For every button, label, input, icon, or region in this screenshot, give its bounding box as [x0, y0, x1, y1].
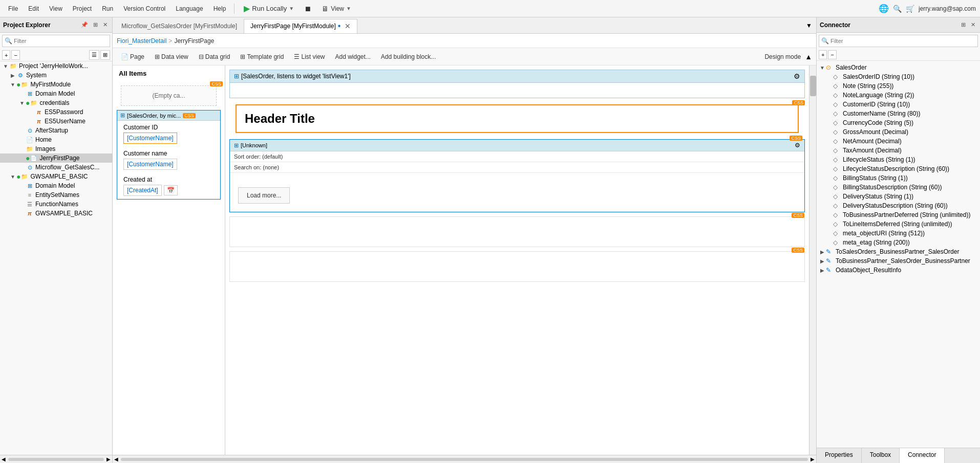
customer-name-field-1[interactable]: [CustomerName] — [123, 133, 177, 144]
menu-language[interactable]: Language — [172, 3, 207, 14]
calendar-icon[interactable]: 📅 — [164, 185, 178, 195]
tree-item-domainmodel2[interactable]: ⊞ Domain Model — [0, 181, 112, 190]
tree-item-microflow[interactable]: ⊙ Microflow_GetSalesC... — [0, 163, 112, 172]
center-scroll-left[interactable]: ◀ — [113, 456, 120, 462]
collapse-all-button[interactable]: − — [11, 50, 19, 60]
tree-item-gwsamplebasic-pi[interactable]: π GWSAMPLE_BASIC — [0, 209, 112, 218]
data-view-settings-icon[interactable]: ⚙ — [795, 142, 800, 149]
project-filter-box[interactable]: 🔍 — [2, 35, 110, 47]
globe-icon[interactable]: 🌐 — [879, 4, 889, 13]
tab-microflow[interactable]: Microflow_GetSalesOrder [MyFirstModule] — [115, 19, 244, 33]
toolbar-addwidget-btn[interactable]: Add widget... — [331, 52, 374, 62]
tab-jerryfirstpage[interactable]: JerryFirstPage [MyFirstModule] • ✕ — [244, 19, 357, 33]
tree-options-button[interactable]: ⊞ — [100, 50, 110, 60]
conn-attr-note[interactable]: ◇ Note (String (255)) — [817, 81, 980, 91]
conn-assoc-odataobject[interactable]: ▶ ✎ OdataObject_ResultInfo — [817, 266, 980, 275]
expand-all-button[interactable]: + — [2, 50, 10, 60]
tree-item-jerryfirstpage[interactable]: ● 📄 JerryFirstPage — [0, 153, 112, 163]
conn-attr-lifecyclestatusdesc[interactable]: ◇ LifecycleStatusDescription (String (60… — [817, 164, 980, 173]
conn-assoc-tobusinesspartner[interactable]: ▶ ✎ ToBusinessPartner_SalesOrder_Busines… — [817, 256, 980, 266]
conn-attr-lifecyclestatus[interactable]: ◇ LifecycleStatus (String (1)) — [817, 155, 980, 164]
menu-help[interactable]: Help — [209, 3, 230, 14]
tree-item-credentials[interactable]: ▼ ● 📁 credentials — [0, 98, 112, 107]
tab-close-icon[interactable]: ✕ — [345, 22, 351, 30]
menu-version-control[interactable]: Version Control — [119, 3, 169, 14]
tree-item-domainmodel1[interactable]: ⊞ Domain Model — [0, 89, 112, 98]
tree-item-home[interactable]: 📄 Home — [0, 135, 112, 144]
scroll-up-icon[interactable]: ▲ — [805, 53, 812, 61]
menu-view[interactable]: View — [45, 3, 67, 14]
menu-file[interactable]: File — [4, 3, 22, 14]
connector-restore-icon[interactable]: ⊞ — [960, 21, 967, 29]
menu-project[interactable]: Project — [69, 3, 96, 14]
tree-item-system[interactable]: ▶ ⚙ System — [0, 71, 112, 80]
tree-item-project[interactable]: ▼ 📁 Project 'JerryHelloWork... — [0, 61, 112, 71]
conn-attr-billingstatus[interactable]: ◇ BillingStatus (String (1)) — [817, 173, 980, 183]
conn-attr-salesorderid[interactable]: ◇ SalesOrderID (String (10)) — [817, 72, 980, 81]
tree-view-button[interactable]: ☰ — [89, 50, 99, 60]
conn-attr-deliverystatus[interactable]: ◇ DeliveryStatus (String (1)) — [817, 192, 980, 201]
conn-attr-customerid[interactable]: ◇ CustomerID (String (10)) — [817, 100, 980, 109]
customer-name-field-2[interactable]: [CustomerName] — [123, 159, 177, 170]
bottom-tab-toolbox[interactable]: Toolbox — [862, 448, 900, 463]
conn-attr-tobpdeferred[interactable]: ◇ ToBusinessPartnerDeferred (String (unl… — [817, 210, 980, 219]
conn-attr-deliverystatusdesc[interactable]: ◇ DeliveryStatusDescription (String (60)… — [817, 201, 980, 210]
conn-attr-billingstatusdesc[interactable]: ◇ BillingStatusDescription (String (60)) — [817, 183, 980, 192]
conn-attr-currencycode[interactable]: ◇ CurrencyCode (String (5)) — [817, 118, 980, 127]
conn-attr-taxamount[interactable]: ◇ TaxAmount (Decimal) — [817, 146, 980, 155]
center-scroll-thumb[interactable] — [121, 458, 808, 461]
conn-attr-metaetag[interactable]: ◇ meta_etag (String (200)) — [817, 238, 980, 247]
view-dropdown-arrow[interactable]: ▼ — [346, 6, 351, 11]
menu-run[interactable]: Run — [98, 3, 117, 14]
tab-dropdown-arrow[interactable]: ▼ — [804, 20, 814, 31]
conn-attr-customername[interactable]: ◇ CustomerName (String (80)) — [817, 109, 980, 118]
header-title-widget[interactable]: Header Title — [236, 104, 799, 133]
bottom-tab-properties[interactable]: Properties — [817, 448, 862, 463]
toolbar-page-btn[interactable]: 📄 Page — [117, 52, 148, 62]
conn-attr-metaobjecturi[interactable]: ◇ meta_objectURI (String (512)) — [817, 229, 980, 238]
tree-item-afterstartup[interactable]: ⊙ AfterStartup — [0, 126, 112, 135]
conn-assoc-tosalesorders[interactable]: ▶ ✎ ToSalesOrders_BusinessPartner_SalesO… — [817, 247, 980, 256]
cart-icon[interactable]: 🛒 — [906, 5, 914, 13]
toolbar-dataview-btn[interactable]: ⊞ Data view — [151, 52, 193, 62]
connector-filter-box[interactable]: 🔍 — [819, 35, 978, 47]
center-scroll-right[interactable]: ▶ — [809, 456, 816, 462]
connector-close-icon[interactable]: ✕ — [969, 21, 977, 29]
toolbar-templategrid-btn[interactable]: ⊞ Template grid — [236, 52, 288, 62]
empty-card-widget[interactable]: (Empty ca... — [121, 85, 217, 106]
conn-salesorder-root[interactable]: ▼ ⊙ SalesOrder — [817, 63, 980, 72]
toolbar-listview-btn[interactable]: ☰ List view — [290, 52, 329, 62]
center-h-scroll[interactable]: ◀ ▶ — [113, 455, 816, 463]
scroll-left-icon[interactable]: ◀ — [0, 456, 7, 462]
breadcrumb-link[interactable]: Fiori_MasterDetail — [117, 37, 166, 45]
conn-attr-notelanguage[interactable]: ◇ NoteLanguage (String (2)) — [817, 91, 980, 100]
h-scroll-bar[interactable]: ◀ ▶ — [0, 455, 112, 463]
bottom-tab-connector[interactable]: Connector — [900, 448, 945, 463]
run-dropdown-arrow[interactable]: ▼ — [289, 6, 294, 11]
vertical-scrollbar[interactable] — [809, 65, 816, 455]
stop-button[interactable]: ⏹ — [301, 3, 314, 14]
connector-expand-all[interactable]: + — [819, 50, 827, 59]
panel-close-icon[interactable]: ✕ — [101, 21, 109, 29]
tree-item-functionnames[interactable]: ☰ FunctionNames — [0, 200, 112, 209]
settings-icon[interactable]: ⚙ — [794, 72, 800, 80]
scroll-right-icon[interactable]: ▶ — [105, 456, 112, 462]
tree-item-gwsample[interactable]: ▼ ● 📁 GWSAMPLE_BASIC — [0, 172, 112, 181]
load-more-button[interactable]: Load more... — [238, 187, 290, 204]
tree-item-entitysetnames[interactable]: ≡ EntitySetNames — [0, 190, 112, 200]
h-scroll-thumb[interactable] — [8, 458, 104, 461]
toolbar-addblock-btn[interactable]: Add building block... — [377, 52, 440, 62]
connector-collapse-all[interactable]: − — [828, 50, 836, 59]
view-button[interactable]: 🖥 View ▼ — [316, 3, 356, 15]
conn-attr-grossamount[interactable]: ◇ GrossAmount (Decimal) — [817, 127, 980, 137]
tree-item-myfirstmodule[interactable]: ▼ ● 📁 MyFirstModule — [0, 80, 112, 89]
panel-restore-icon[interactable]: ⊞ — [92, 21, 99, 29]
conn-attr-tolineitemsdeferred[interactable]: ◇ ToLineItemsDeferred (String (unlimited… — [817, 219, 980, 229]
search-icon[interactable]: 🔍 — [893, 5, 902, 13]
tree-item-es5username[interactable]: π ES5UserName — [0, 117, 112, 126]
menu-edit[interactable]: Edit — [24, 3, 43, 14]
tree-item-images[interactable]: 📁 Images — [0, 144, 112, 153]
conn-attr-netamount[interactable]: ◇ NetAmount (Decimal) — [817, 137, 980, 146]
project-filter-input[interactable] — [14, 38, 108, 44]
panel-pin-icon[interactable]: 📌 — [79, 21, 90, 29]
